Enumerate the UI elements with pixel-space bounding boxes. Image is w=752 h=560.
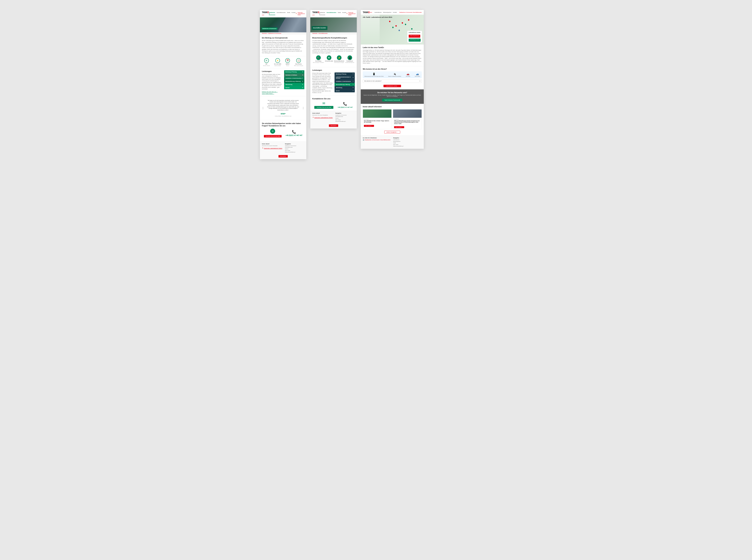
- nav-item-stadtwerke[interactable]: Stadtwerke & Kommunen: [269, 12, 275, 15]
- nav-geschaeft-center[interactable]: Geschäftskunden: [326, 12, 336, 15]
- charge-step-label-2: Eigenen Ladekabel anschließen: [388, 76, 401, 77]
- footer-nav-r-1[interactable]: Ladestationen: [393, 139, 403, 141]
- map-pin-red-4: [408, 19, 410, 21]
- email-button-center[interactable]: Schreiben Sie uns eine Mail: [314, 106, 333, 109]
- branch-icon-2: 🛠 Full Service aktiv: [325, 55, 333, 63]
- acc-betrieb-center[interactable]: Betriebsführung & Wartung ▾: [335, 83, 355, 86]
- network-cta-button[interactable]: TankE Netzwerk-Partnerschaft: [382, 99, 402, 101]
- branch-icon-label-3: Branchenspezifische: [334, 61, 344, 61]
- nav-right[interactable]: Ladestationen Netzwerkpartner Kontakt: [374, 12, 397, 13]
- accordion-service[interactable]: Service ▾: [284, 86, 304, 89]
- icon-365-sub: Service: [286, 65, 289, 66]
- charge-step-label-3: Auto laden: [406, 76, 410, 77]
- breadcrumb-left: Startseite > Stadtwerke & Kommunen: [260, 32, 306, 35]
- header-right: TANKE— Ladestationen Netzwerkpartner Kon…: [361, 10, 424, 15]
- footer-nav-r-3[interactable]: TankE: [393, 142, 403, 144]
- nav-netzwerk[interactable]: Netzwerkpartner: [383, 12, 391, 13]
- nav-center[interactable]: Stadtwerke & Kommunen Geschäftskunden Ta…: [319, 12, 346, 15]
- contact-section-center: Kontaktieren Sie uns ✉ Schreiben Sie uns…: [310, 96, 357, 111]
- footer-nav-r-4[interactable]: Über TankE: [393, 144, 403, 146]
- intro-text: Mit der Unterstützung der Elektromobilit…: [262, 40, 304, 54]
- nav-stadtwerke-center[interactable]: Stadtwerke & Kommunen: [319, 12, 325, 15]
- acc-beratung-center[interactable]: Beratung & Planung ▾: [335, 73, 355, 76]
- footer-nav-c-3[interactable]: TankE 1: [335, 118, 347, 119]
- chevron-icon-acc-1: ▾: [353, 77, 353, 78]
- footer-nav-c-4[interactable]: Über TankE: [335, 119, 347, 121]
- testimonial-next-button[interactable]: ›: [303, 107, 304, 109]
- email-button-left[interactable]: Schreiben Sie uns eine Mail: [264, 135, 282, 138]
- accordion-betrieb[interactable]: Betriebsführung & Wartung ▾: [284, 80, 304, 83]
- leistungen-link2[interactable]: Unser TankE-Partner →: [262, 93, 282, 94]
- acc-service-center[interactable]: Service ▾: [335, 89, 355, 92]
- footer-submit-button-center[interactable]: Abonnieren: [329, 124, 338, 127]
- header-location-left[interactable]: 📍 Karlsruhe Ladestationen finden: [295, 12, 305, 15]
- header-location-center[interactable]: 📍 Karlsruhe Ladestationen finden: [346, 12, 356, 15]
- acc-install-center[interactable]: Installation & Inbetriebnahme ▾: [335, 80, 355, 83]
- leistungen-links-left: Erfahren Sie mehr über uns → Unser TankE…: [262, 91, 282, 94]
- footer-map-link[interactable]: Karlsruhe Ladestationen finden: [264, 147, 282, 149]
- icon-100-sub: Elektromobilität: [275, 65, 281, 66]
- mail-icon-center: ✉: [314, 101, 333, 105]
- logo-accent: E—: [262, 11, 269, 16]
- icon-best: 📋: [296, 58, 301, 63]
- accordion-installation[interactable]: Installation & Inbetriebnahme ▾: [284, 77, 304, 80]
- footer-nav-c-2[interactable]: Geschäftskunden: [335, 116, 347, 118]
- nav-item-tanke[interactable]: TankE: [287, 12, 290, 15]
- plug-charge-icon: 🔌: [393, 73, 396, 75]
- footer-nav-r-2[interactable]: Netzwerkpartner: [393, 141, 403, 142]
- footer-nav-item-4[interactable]: Über TankE: [285, 150, 296, 152]
- more-info-button[interactable]: Ladestationen suchen →: [383, 85, 401, 87]
- accordion-hardware[interactable]: Hardware & Software ▾: [284, 74, 304, 77]
- news-btn-1[interactable]: mehr erfahren →: [364, 125, 374, 127]
- find-station-btn2[interactable]: Ladestationen suchen →: [409, 39, 421, 42]
- accordion-beratung[interactable]: Beratung & Planung ▾: [284, 70, 304, 74]
- nav-ladestationen[interactable]: Ladestationen: [374, 12, 382, 13]
- leistungen-left: Leistungen Als führende Anbieter stellen…: [262, 70, 282, 94]
- find-station-title: Ladestationen finden: [409, 32, 421, 33]
- footer-col2-link-center[interactable]: Karlsruhe Ladestationen finden: [314, 117, 333, 118]
- footer-nav-item-5[interactable]: Datenschutzerklärung 1: [285, 152, 296, 153]
- charge-step-1: 📱 Ablösenung durch App, RFID Karte oder …: [364, 73, 384, 77]
- footer-submit-area: Abonnieren: [262, 154, 304, 158]
- footer-nav-item-2[interactable]: Geschäftskunden: [285, 146, 296, 148]
- charge-step-4: 🚙 Ganz Fahren: [415, 73, 420, 77]
- contact-email-item: ✉ Schreiben Sie uns eine Mail: [264, 129, 282, 138]
- car-charge-icon: 🚗: [407, 73, 409, 75]
- footer-nav-c-1[interactable]: Stadtwerke & Kommunen: [335, 115, 347, 116]
- news-more-button[interactable]: weitere Neuigkeiten →: [384, 131, 400, 134]
- news-card-content-2: 22.06.2019 SPIE und RheinEnergie bündeln…: [393, 118, 422, 129]
- nav-left[interactable]: Stadtwerke & Kommunen Geschäftskunden Ta…: [269, 12, 295, 15]
- nav-kontakt-right[interactable]: Kontakt: [393, 12, 397, 13]
- footer-stadtwerke-link: 🏢 Stadtwerke & Kommunen Geschäftskunden: [363, 139, 391, 141]
- acc-lade-center[interactable]: Ladeinfrastrukturhardware & Euckend ▾: [335, 76, 355, 80]
- footer-submit-button[interactable]: Abonnieren: [278, 155, 288, 158]
- mail-icon: ✉: [270, 129, 275, 134]
- footer-cols-center: Immer aktuell Abonnieren Sie unsere Neui…: [312, 113, 355, 122]
- nav-item-kontakt[interactable]: Kontakt: [292, 12, 296, 15]
- charge-steps: 📱 Ablösenung durch App, RFID Karte oder …: [363, 71, 422, 78]
- leistungen-section-left: Leistungen Als führende Anbieter stellen…: [260, 68, 306, 96]
- ladestation-dropdown[interactable]: Wie aktiviere ich die Ladestation? ▾: [363, 79, 422, 83]
- icon-360: ⚙: [264, 58, 269, 63]
- leistungen-link1[interactable]: Erfahren Sie mehr über uns →: [262, 91, 282, 92]
- branch-title: Branchenspezifische Komplettlösungen: [312, 37, 355, 39]
- map-pin-teal-2: [404, 23, 407, 25]
- icon-best-sub: White Label Lösungen: [294, 65, 303, 66]
- accordion-abrechnung[interactable]: Abrechnung ▾: [284, 83, 304, 86]
- news-btn-2[interactable]: mehr erfahren →: [394, 126, 404, 128]
- testimonial-content: "Wir haben uns für die Kooperation entsc…: [263, 98, 303, 118]
- branch-icon-label-1: Ein Profiling: [315, 61, 321, 61]
- footer-nav-item-3[interactable]: TankE 1: [285, 148, 296, 150]
- chevron-icon-acc-0: ▾: [353, 73, 353, 75]
- footer-nav-r-5[interactable]: Datenschutzerklärung 1: [393, 145, 403, 147]
- nav-tanke-center[interactable]: TankE: [338, 12, 341, 15]
- nav-item-geschaeft[interactable]: Geschäftskunden: [277, 12, 285, 15]
- nav-kontakt-center[interactable]: Kontakt: [342, 12, 346, 15]
- acc-abr-center[interactable]: Abrechnung ▾: [335, 86, 355, 89]
- footer-nav-c-5[interactable]: Datenschutzerklärung 1: [335, 121, 347, 122]
- chevron-icon-acc-4: ▾: [353, 87, 353, 88]
- laden-section: Laden ist das neue TankEn Heutzutage bes…: [361, 45, 424, 66]
- footer-nav-item-1[interactable]: Stadtwerke & Kommunen: [285, 145, 296, 147]
- find-station-btn1[interactable]: Filtern Sie Ihren Ort →: [409, 35, 420, 38]
- find-station-box: Ladestationen finden Filtern Sie Ihren O…: [407, 31, 422, 43]
